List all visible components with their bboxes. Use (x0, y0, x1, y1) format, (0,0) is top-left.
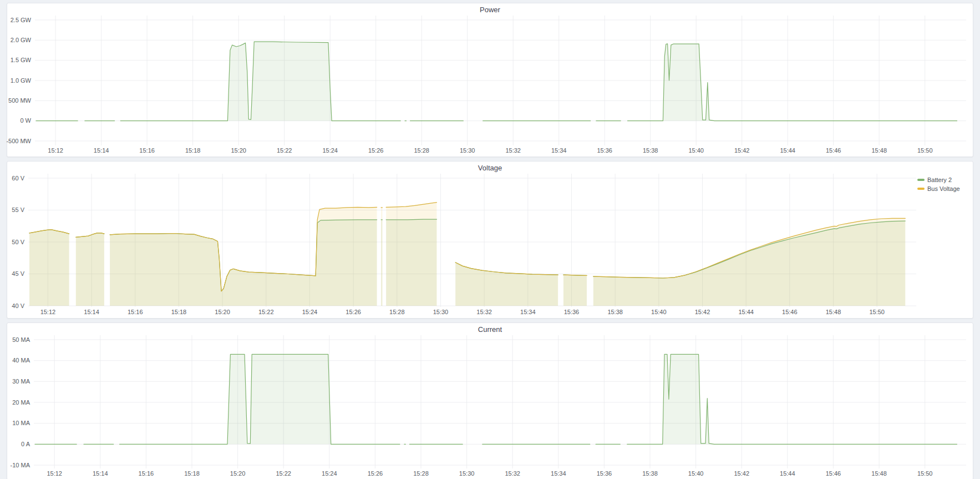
x-tick-label: 15:46 (778, 309, 802, 315)
x-tick-label: 15:26 (364, 147, 388, 154)
chart-svg[interactable] (28, 174, 916, 307)
x-tick-label: 15:34 (547, 147, 571, 154)
x-tick-label: 15:22 (254, 309, 278, 315)
x-tick-label: 15:16 (135, 147, 159, 154)
y-tick-label: -500 MW (6, 138, 31, 144)
x-tick-label: 15:26 (363, 470, 387, 477)
panel-body-voltage: 60 V55 V50 V45 V40 V 15:1215:1415:1615:1… (7, 174, 973, 318)
panel-body-current: 50 MA40 MA30 MA20 MA10 MA0 A-10 MA 15:12… (7, 335, 973, 479)
x-tick-label: 15:12 (42, 470, 67, 477)
y-tick-label: 45 V (12, 270, 24, 277)
x-tick-label: 15:16 (123, 309, 148, 315)
y-tick-label: 55 V (12, 206, 24, 213)
x-tick-label: 15:28 (385, 309, 409, 315)
x-tick-label: 15:48 (867, 470, 891, 477)
x-tick-label: 15:20 (210, 309, 235, 315)
panel-power: Power 2.5 GW2.0 GW1.5 GW1.0 GW500 MW0 W-… (7, 3, 973, 157)
x-tick-label: 15:38 (638, 470, 662, 477)
legend: Battery 2 Bus Voltage (916, 174, 973, 318)
x-tick-label: 15:18 (180, 470, 204, 477)
legend-item-battery2[interactable]: Battery 2 (917, 177, 969, 183)
y-tick-label: 500 MW (8, 97, 31, 104)
x-tick-label: 15:28 (409, 147, 434, 154)
x-tick-label: 15:50 (913, 147, 937, 154)
x-tick-label: 15:46 (821, 470, 845, 477)
x-tick-label: 15:18 (166, 309, 191, 315)
plot-area-current[interactable] (34, 335, 966, 468)
y-tick-label: 60 V (12, 175, 24, 181)
panel-current: Current 50 MA40 MA30 MA20 MA10 MA0 A-10 … (7, 322, 973, 479)
y-tick-label: 0 W (20, 117, 31, 124)
y-tick-label: 1.5 GW (11, 57, 31, 63)
panel-body-power: 2.5 GW2.0 GW1.5 GW1.0 GW500 MW0 W-500 MW… (7, 16, 973, 157)
y-tick-label: 30 MA (12, 378, 30, 385)
panel-title-voltage[interactable]: Voltage (7, 162, 973, 174)
x-tick-label: 15:32 (501, 147, 525, 154)
x-tick-label: 15:34 (516, 309, 540, 315)
y-tick-label: 2.5 GW (11, 17, 31, 23)
y-axis-current: 50 MA40 MA30 MA20 MA10 MA0 A-10 MA (7, 335, 34, 479)
x-tick-label: 15:24 (318, 147, 342, 154)
y-tick-label: 50 V (12, 239, 24, 245)
x-tick-label: 15:38 (603, 309, 627, 315)
x-tick-label: 15:30 (455, 470, 479, 477)
legend-item-bus-voltage[interactable]: Bus Voltage (917, 185, 969, 192)
x-tick-label: 15:46 (821, 147, 846, 154)
x-tick-label: 15:32 (500, 470, 525, 477)
y-tick-label: 40 MA (12, 357, 30, 364)
x-tick-label: 15:44 (775, 470, 800, 477)
x-tick-label: 15:30 (455, 147, 480, 154)
x-tick-label: 15:36 (592, 147, 617, 154)
x-tick-label: 15:22 (271, 470, 296, 477)
x-tick-label: 15:14 (79, 309, 104, 315)
y-tick-label: 2.0 GW (11, 37, 31, 43)
x-tick-label: 15:50 (865, 309, 889, 315)
panel-title-power[interactable]: Power (7, 3, 973, 16)
y-tick-label: 20 MA (12, 399, 30, 406)
x-tick-label: 15:12 (35, 309, 60, 315)
chart-svg[interactable] (34, 335, 966, 468)
x-tick-label: 15:34 (546, 470, 571, 477)
x-axis-power: 15:1215:1415:1615:1815:2015:2215:2415:26… (35, 145, 966, 157)
legend-label-bus-voltage: Bus Voltage (927, 185, 960, 192)
y-axis-voltage: 60 V55 V50 V45 V40 V (7, 174, 28, 318)
y-axis-power: 2.5 GW2.0 GW1.5 GW1.0 GW500 MW0 W-500 MW (7, 16, 35, 157)
plot-area-power[interactable] (35, 16, 966, 145)
x-tick-label: 15:42 (729, 470, 754, 477)
x-tick-label: 15:38 (638, 147, 663, 154)
y-tick-label: 50 MA (12, 336, 30, 343)
x-tick-label: 15:16 (134, 470, 158, 477)
x-tick-label: 15:30 (428, 309, 453, 315)
y-tick-label: 40 V (12, 302, 24, 309)
x-tick-label: 15:44 (775, 147, 800, 154)
plot-area-voltage[interactable] (28, 174, 916, 307)
x-tick-label: 15:48 (821, 309, 846, 315)
legend-label-battery2: Battery 2 (927, 177, 952, 183)
x-tick-label: 15:20 (226, 470, 250, 477)
x-tick-label: 15:22 (272, 147, 297, 154)
x-tick-label: 15:40 (647, 309, 671, 315)
x-tick-label: 15:40 (684, 470, 708, 477)
legend-swatch-battery2-icon (917, 179, 925, 181)
x-tick-label: 15:24 (297, 309, 322, 315)
x-tick-label: 15:36 (592, 470, 616, 477)
x-axis-current: 15:1215:1415:1615:1815:2015:2215:2415:26… (34, 468, 966, 479)
x-tick-label: 15:14 (88, 470, 113, 477)
x-tick-label: 15:44 (734, 309, 758, 315)
y-tick-label: -10 MA (11, 462, 30, 468)
x-tick-label: 15:18 (181, 147, 205, 154)
x-tick-label: 15:12 (43, 147, 68, 154)
x-tick-label: 15:50 (913, 470, 937, 477)
x-tick-label: 15:32 (472, 309, 496, 315)
chart-svg[interactable] (35, 16, 966, 145)
y-tick-label: 0 A (21, 441, 30, 447)
x-tick-label: 15:40 (684, 147, 708, 154)
legend-swatch-bus-voltage-icon (917, 188, 925, 190)
panel-title-current[interactable]: Current (7, 323, 973, 335)
x-tick-label: 15:28 (409, 470, 433, 477)
x-tick-label: 15:42 (730, 147, 754, 154)
x-axis-voltage: 15:1215:1415:1615:1815:2015:2215:2415:26… (28, 307, 916, 318)
x-tick-label: 15:24 (317, 470, 342, 477)
x-tick-label: 15:36 (559, 309, 583, 315)
panel-voltage: Voltage 60 V55 V50 V45 V40 V 15:1215:141… (7, 161, 973, 319)
